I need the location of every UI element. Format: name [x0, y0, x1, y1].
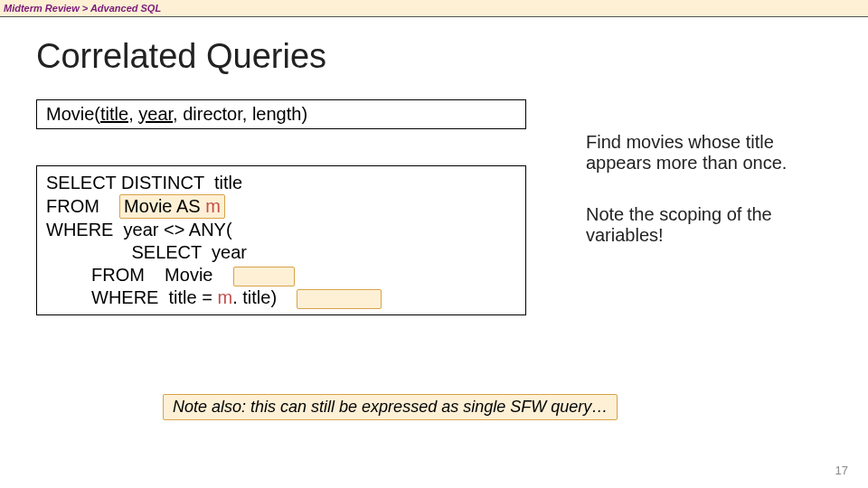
alias-highlight-box: Movie AS m [119, 194, 225, 219]
sql-query-box: SELECT DISTINCT title FROM Movie AS m WH… [36, 165, 526, 315]
breadcrumb-child: Advanced SQL [90, 3, 161, 14]
alias-text: Movie AS [124, 196, 205, 216]
breadcrumb-sep: > [80, 3, 90, 14]
q-line6-head: WHERE title = [46, 287, 217, 307]
side-notes: Find movies whose title appears more tha… [586, 132, 839, 246]
corr-m: m [217, 287, 232, 307]
schema-box: Movie(title, year, director, length) [36, 99, 526, 129]
breadcrumb: Midterm Review > Advanced SQL [0, 0, 868, 17]
note-purpose: Find movies whose title appears more tha… [586, 132, 839, 174]
blank-highlight-1 [233, 267, 295, 286]
content-area: Movie(title, year, director, length) SEL… [36, 99, 832, 371]
q-line6-tail: . title) [232, 287, 297, 307]
schema-key-title: title, [100, 104, 134, 124]
schema-key-year: year [138, 104, 173, 124]
q-line1: SELECT DISTINCT title [46, 173, 242, 192]
alias-m: m [205, 196, 221, 216]
schema-relation: Movie( [46, 104, 100, 124]
q-line3: WHERE year <> ANY( [46, 220, 232, 239]
blank-highlight-2 [297, 289, 382, 309]
schema-rest: , director, length) [173, 104, 307, 124]
footnote: Note also: this can still be expressed a… [163, 394, 618, 420]
note-spacer [586, 174, 839, 204]
page-number: 17 [835, 464, 848, 477]
q-line2-head: FROM [46, 196, 119, 216]
breadcrumb-parent: Midterm Review [4, 3, 80, 14]
q-line5: FROM Movie [46, 265, 233, 285]
page-title: Correlated Queries [36, 37, 868, 76]
note-scoping: Note the scoping of the variables! [586, 204, 839, 246]
q-line4: SELECT year [46, 242, 247, 262]
